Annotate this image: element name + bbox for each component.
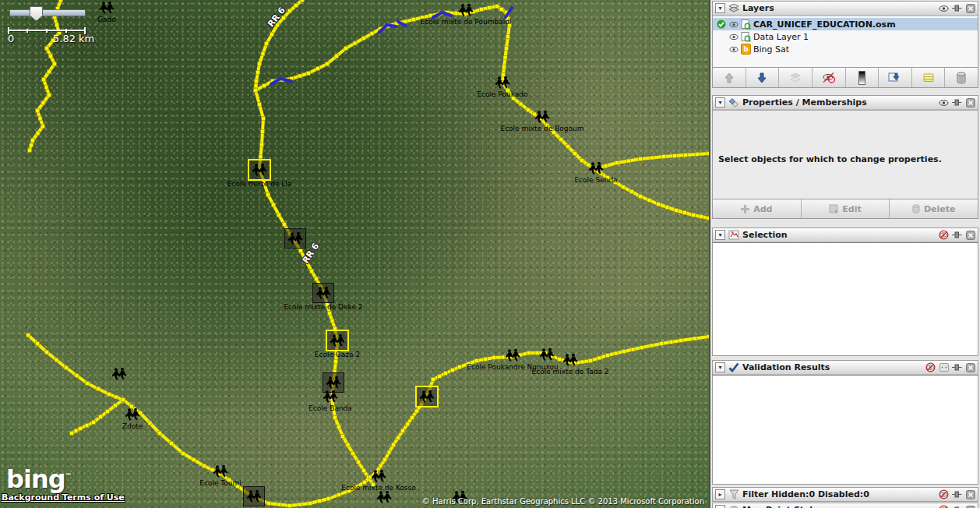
- way-node[interactable]: [75, 374, 79, 378]
- way-node[interactable]: [692, 213, 696, 217]
- map-canvas[interactable]: Gado Ecole mixte de Poumbaidi Ecole Pouk…: [0, 0, 710, 508]
- way-node[interactable]: [558, 358, 562, 362]
- way-node[interactable]: [527, 351, 531, 355]
- way-node[interactable]: [337, 425, 341, 429]
- way-node[interactable]: [404, 19, 407, 23]
- way-node[interactable]: [272, 203, 276, 207]
- way-node[interactable]: [41, 125, 45, 129]
- way-node[interactable]: [277, 213, 281, 217]
- way-node[interactable]: [301, 0, 305, 2]
- way-node[interactable]: [106, 410, 110, 414]
- eye-slash-icon[interactable]: [939, 489, 949, 499]
- way-node[interactable]: [265, 42, 269, 46]
- way-node[interactable]: [438, 375, 442, 379]
- way-node[interactable]: [298, 503, 302, 506]
- school-marker[interactable]: Ecole mixte de Poumbaidi: [457, 3, 474, 17]
- way-node[interactable]: [48, 93, 51, 97]
- way-node[interactable]: [99, 415, 103, 419]
- school-marker[interactable]: Ecole Senda: [587, 161, 605, 175]
- close-icon[interactable]: [965, 230, 975, 240]
- zoom-slider-thumb[interactable]: [30, 6, 43, 21]
- layer-visibility-eye-icon[interactable]: [728, 44, 739, 55]
- sticky-pin-icon[interactable]: [952, 230, 962, 240]
- way-node[interactable]: [85, 424, 89, 428]
- way-node[interactable]: [108, 393, 111, 397]
- way-node[interactable]: [627, 159, 631, 163]
- way-node[interactable]: [59, 0, 63, 2]
- way-node[interactable]: [256, 71, 260, 75]
- way-node[interactable]: [639, 195, 643, 199]
- way-node[interactable]: [70, 432, 74, 436]
- school-marker[interactable]: Ecole mixte de Bogoum: [534, 110, 551, 124]
- eye-slash-icon[interactable]: [939, 230, 949, 240]
- collapse-button[interactable]: ▾: [715, 362, 725, 372]
- way-node[interactable]: [36, 109, 40, 113]
- way-node[interactable]: [31, 139, 35, 143]
- way-node[interactable]: [679, 339, 683, 343]
- way-node[interactable]: [650, 344, 654, 347]
- way-node[interactable]: [288, 504, 292, 508]
- way-node[interactable]: [261, 130, 265, 134]
- way-node[interactable]: [684, 153, 688, 157]
- way-node[interactable]: [647, 199, 651, 203]
- collapse-button[interactable]: ▾: [715, 3, 725, 13]
- way-node[interactable]: [665, 206, 669, 210]
- school-marker[interactable]: [538, 347, 555, 362]
- school-marker[interactable]: Ecole Toumi: [212, 464, 229, 478]
- way-node[interactable]: [318, 499, 322, 503]
- way-node[interactable]: [277, 503, 281, 506]
- way-node[interactable]: [182, 452, 185, 456]
- way-node[interactable]: [74, 429, 78, 433]
- way-node[interactable]: [115, 395, 118, 399]
- way-node[interactable]: [598, 356, 601, 360]
- way-node[interactable]: [458, 365, 462, 369]
- way-node[interactable]: [259, 155, 263, 159]
- way-node[interactable]: [36, 342, 40, 346]
- way-node[interactable]: [55, 358, 58, 362]
- zoom-slider[interactable]: [9, 6, 84, 20]
- way-node[interactable]: [527, 108, 531, 112]
- sticky-pin-icon[interactable]: [952, 362, 962, 372]
- way-node[interactable]: [42, 78, 46, 82]
- way-node[interactable]: [48, 70, 51, 74]
- way-node[interactable]: [351, 452, 355, 456]
- way-node[interactable]: [657, 203, 661, 206]
- way-node[interactable]: [362, 37, 366, 41]
- way-node[interactable]: [26, 333, 30, 337]
- way-node[interactable]: [662, 155, 666, 159]
- way-node[interactable]: [353, 41, 357, 45]
- way-node[interactable]: [559, 138, 563, 142]
- eye-slash-icon[interactable]: [939, 505, 949, 508]
- way-node[interactable]: [707, 217, 709, 220]
- school-marker[interactable]: [111, 367, 128, 381]
- way-node[interactable]: [308, 502, 312, 506]
- way-node[interactable]: [615, 161, 619, 165]
- way-node[interactable]: [36, 132, 40, 136]
- close-icon[interactable]: [965, 3, 975, 13]
- close-icon[interactable]: [965, 97, 975, 108]
- layer-row-active[interactable]: CAR_UNICEF_EDUCATION.osm: [713, 18, 978, 30]
- move-layer-up-button[interactable]: [713, 68, 746, 87]
- way-node[interactable]: [660, 342, 664, 346]
- way-node[interactable]: [606, 354, 610, 358]
- way-node[interactable]: [614, 351, 618, 355]
- way-node[interactable]: [675, 209, 679, 213]
- way-node[interactable]: [693, 337, 697, 340]
- way-node[interactable]: [298, 74, 302, 78]
- way-node[interactable]: [707, 335, 709, 339]
- way-node[interactable]: [45, 47, 49, 51]
- way-node[interactable]: [639, 157, 643, 161]
- way-node[interactable]: [86, 382, 90, 386]
- way-node[interactable]: [28, 149, 32, 153]
- duplicate-layer-button[interactable]: [879, 68, 912, 87]
- way-node[interactable]: [258, 62, 262, 66]
- way-node[interactable]: [288, 9, 292, 13]
- way-node[interactable]: [38, 117, 42, 121]
- way-node[interactable]: [505, 47, 509, 51]
- way-node[interactable]: [492, 356, 496, 360]
- layer-visibility-eye-icon[interactable]: [728, 32, 739, 42]
- way-node[interactable]: [299, 249, 303, 253]
- way-node[interactable]: [92, 421, 96, 425]
- merge-layer-button[interactable]: [779, 68, 813, 87]
- way-node[interactable]: [346, 443, 350, 447]
